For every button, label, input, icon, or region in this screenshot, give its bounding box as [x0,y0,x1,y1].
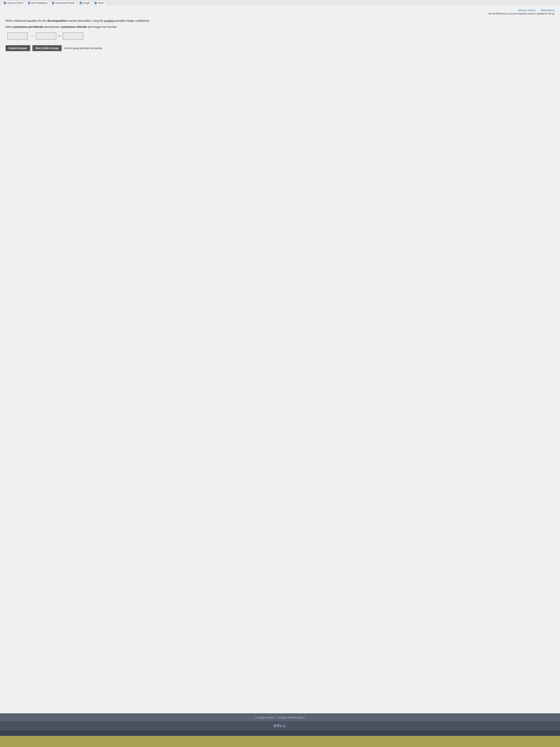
tab-ar-label: Accelerated Reader [55,2,75,4]
dell-logo: DELL [273,723,286,728]
equation-input-reactant[interactable] [7,33,28,40]
tab-yahoo[interactable]: Y Yahoo [92,1,106,5]
references-link[interactable]: [References] [541,9,555,12]
tab-yahoo-icon: Y [94,2,97,4]
browser-content: [Review Topics] [References] Use the Ref… [0,5,560,747]
page-content: [Review Topics] [References] Use the Ref… [0,5,560,713]
tab-state-databases[interactable]: S State Databases [26,1,50,5]
question-instruction: Write a balanced equation for the decomp… [5,19,555,23]
monitor-base: DELL [0,721,560,730]
tab-google-icon: G [79,2,82,4]
attempts-remaining-text: 9 more group attempts remaining [64,47,102,50]
monitor-stand [0,730,560,736]
equation-input-product2[interactable] [63,33,83,40]
review-topics-link[interactable]: [Review Topics] [518,9,535,12]
plus-symbol: + [58,34,60,38]
tab-library-icon: L [3,2,6,4]
tab-google[interactable]: G Google [77,1,92,5]
keyword-potassium-chloride: potassium chloride [61,25,87,28]
tab-library-label: Library eContent [7,2,23,4]
tab-yahoo-label: Yahoo [98,2,104,4]
question-problem: When potassium perchlorate decomposes, p… [5,25,555,29]
desk-surface [0,736,560,747]
button-row: Submit Answer Retry Entire Group 9 more … [5,45,555,51]
arrow-symbol: → [30,34,34,38]
equation-area: → + [7,33,555,40]
retry-entire-group-button[interactable]: Retry Entire Group [32,45,61,51]
footer-separator: | [275,716,276,719]
reference-note: Use the References to access important v… [5,12,555,15]
question-section: Write a balanced equation for the decomp… [5,19,555,29]
monitor-bottom: Cengage Learning | Cengage Technical Sup… [0,714,560,721]
footer-links: Cengage Learning | Cengage Technical Sup… [255,716,305,719]
cengage-support-link[interactable]: Cengage Technical Support [277,716,305,719]
tab-library-econtent[interactable]: L Library eContent [1,1,25,5]
tab-google-label: Google [83,2,90,4]
page-spacer [5,55,555,110]
tab-state-label: State Databases [31,2,48,4]
browser-tab-bar: L Library eContent S State Databases A A… [0,0,560,5]
cengage-learning-link[interactable]: Cengage Learning [255,716,273,719]
tab-ar-icon: A [52,2,54,4]
tab-state-icon: S [28,2,30,4]
equation-input-product1[interactable] [36,33,56,40]
top-links-area: [Review Topics] [References] [5,9,555,12]
keyword-decomposition: decomposition [47,19,67,22]
tab-accelerated-reader[interactable]: A Accelerated Reader [50,1,77,5]
keyword-potassium-perchlorate: potassium perchlorate [14,25,43,28]
keyword-smallest: smallest [104,19,114,22]
submit-answer-button[interactable]: Submit Answer [5,45,30,51]
